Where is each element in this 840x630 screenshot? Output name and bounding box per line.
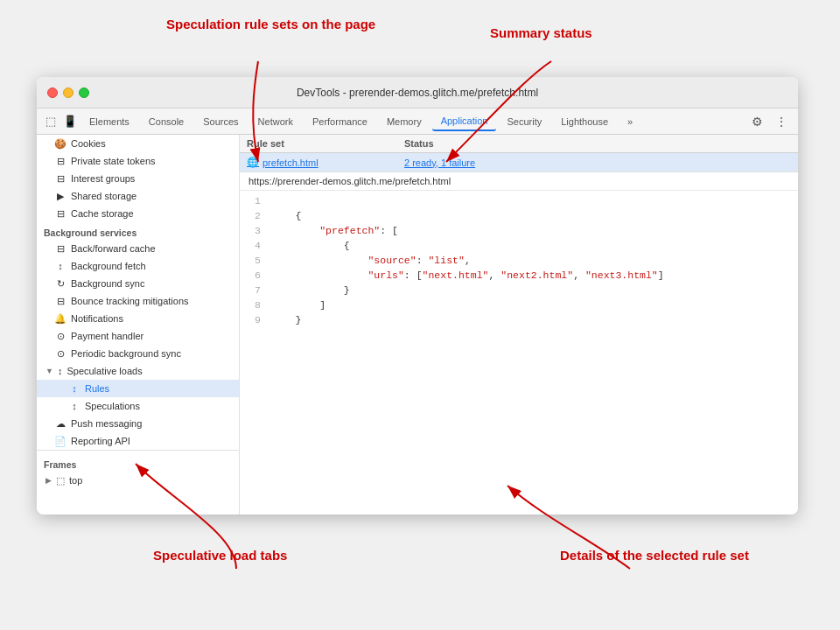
code-line-9: 9 } <box>240 313 798 328</box>
background-sync-icon: ↻ <box>54 278 66 290</box>
line-num-4: 4 <box>240 240 271 253</box>
expand-arrow-icon: ▼ <box>46 367 53 375</box>
background-services-header: Background services <box>37 222 239 240</box>
globe-icon: 🌐 <box>247 157 259 168</box>
periodic-sync-icon: ⊙ <box>54 348 66 360</box>
line-num-8: 8 <box>240 299 271 312</box>
tab-application[interactable]: Application <box>432 112 497 131</box>
browser-window: DevTools - prerender-demos.glitch.me/pre… <box>37 77 798 514</box>
sidebar-item-notifications[interactable]: 🔔 Notifications <box>37 310 239 327</box>
traffic-lights <box>47 88 89 98</box>
annotation-speculative-load-tabs: Speculative load tabs <box>153 547 287 564</box>
code-line-5: 5 "source": "list", <box>240 254 798 269</box>
sidebar-item-interest-groups[interactable]: ⊟ Interest groups <box>37 170 239 187</box>
tab-console[interactable]: Console <box>140 113 192 130</box>
maximize-button[interactable] <box>79 88 89 98</box>
inspect-icon[interactable]: ⬚ <box>42 113 60 130</box>
interest-groups-icon: ⊟ <box>54 173 66 185</box>
settings-icon[interactable]: ⚙ <box>746 111 768 132</box>
main-content: Rule set Status 🌐 prefetch.html 2 ready,… <box>240 135 798 514</box>
more-options-icon[interactable]: ⋮ <box>770 111 793 132</box>
tab-lighthouse[interactable]: Lighthouse <box>552 113 617 130</box>
sidebar-item-cookies[interactable]: 🍪 Cookies <box>37 135 239 152</box>
cache-storage-icon: ⊟ <box>54 208 66 220</box>
shared-storage-icon: ▶ <box>54 191 66 202</box>
speculative-loads-icon: ↕ <box>58 366 63 376</box>
code-line-6: 6 "urls": ["next.html", "next2.html", "n… <box>240 269 798 284</box>
rules-icon: ↕ <box>68 383 80 394</box>
tab-elements[interactable]: Elements <box>80 113 138 130</box>
devtools-body: 🍪 Cookies ⊟ Private state tokens ⊟ Inter… <box>37 135 798 514</box>
sidebar-item-private-state-tokens[interactable]: ⊟ Private state tokens <box>37 152 239 170</box>
window-title: DevTools - prerender-demos.glitch.me/pre… <box>297 87 538 99</box>
tab-more[interactable]: » <box>619 113 641 130</box>
bounce-tracking-icon: ⊟ <box>54 296 66 307</box>
reporting-api-icon: 📄 <box>54 436 66 447</box>
tab-sources[interactable]: Sources <box>194 113 247 130</box>
annotation-speculation-rule-sets: Speculation rule sets on the page <box>166 16 375 33</box>
cookies-icon: 🍪 <box>54 138 66 150</box>
code-area: 1 2 { 3 "prefetch": [ 4 { <box>240 191 798 514</box>
annotation-summary-status: Summary status <box>490 24 592 42</box>
sidebar-item-background-fetch[interactable]: ↕ Background fetch <box>37 257 239 275</box>
rule-sets-panel: Rule set Status 🌐 prefetch.html 2 ready,… <box>240 135 798 172</box>
frame-icon: ⬚ <box>56 475 65 486</box>
tab-memory[interactable]: Memory <box>378 113 430 130</box>
code-line-7: 7 } <box>240 284 798 298</box>
minimize-button[interactable] <box>63 88 74 98</box>
background-fetch-icon: ↕ <box>54 261 66 271</box>
tab-security[interactable]: Security <box>498 113 550 130</box>
frames-header: Frames <box>37 454 239 472</box>
speculations-icon: ↕ <box>68 401 80 411</box>
code-line-3: 3 "prefetch": [ <box>240 224 798 239</box>
line-num-2: 2 <box>240 210 271 223</box>
col-status-header: Status <box>404 138 791 149</box>
push-messaging-icon: ☁ <box>54 418 66 430</box>
sidebar-item-back-forward-cache[interactable]: ⊟ Back/forward cache <box>37 240 239 257</box>
sidebar-item-background-sync[interactable]: ↻ Background sync <box>37 275 239 292</box>
rule-set-link[interactable]: 🌐 prefetch.html <box>247 157 404 168</box>
sidebar-item-payment-handler[interactable]: ⊙ Payment handler <box>37 327 239 345</box>
back-forward-cache-icon: ⊟ <box>54 243 66 255</box>
sidebar-item-speculative-loads[interactable]: ▼ ↕ Speculative loads <box>37 362 239 380</box>
close-button[interactable] <box>47 88 58 98</box>
code-line-1: 1 <box>240 194 798 209</box>
sidebar-item-rules[interactable]: ↕ Rules <box>37 380 239 397</box>
top-expand-arrow-icon: ▶ <box>46 476 52 485</box>
table-row[interactable]: 🌐 prefetch.html 2 ready, 1 failure <box>240 153 798 172</box>
sidebar-item-push-messaging[interactable]: ☁ Push messaging <box>37 415 239 432</box>
line-num-5: 5 <box>240 255 271 268</box>
devtools-toolbar: ⬚ 📱 Elements Console Sources Network Per… <box>37 108 798 135</box>
code-line-8: 8 ] <box>240 298 798 313</box>
tab-network[interactable]: Network <box>249 113 302 130</box>
line-num-7: 7 <box>240 284 271 298</box>
sidebar-item-shared-storage[interactable]: ▶ Shared storage <box>37 187 239 205</box>
private-tokens-icon: ⊟ <box>54 156 66 167</box>
line-num-3: 3 <box>240 225 271 238</box>
line-num-1: 1 <box>240 195 271 208</box>
status-link[interactable]: 2 ready, 1 failure <box>404 158 791 168</box>
title-bar: DevTools - prerender-demos.glitch.me/pre… <box>37 77 798 108</box>
sidebar-item-reporting-api[interactable]: 📄 Reporting API <box>37 432 239 450</box>
payment-handler-icon: ⊙ <box>54 331 66 342</box>
code-line-4: 4 { <box>240 239 798 254</box>
sidebar: 🍪 Cookies ⊟ Private state tokens ⊟ Inter… <box>37 135 240 514</box>
device-icon[interactable]: 📱 <box>61 113 79 130</box>
annotation-details-rule-set: Details of the selected rule set <box>560 547 749 564</box>
col-ruleset-header: Rule set <box>247 138 404 149</box>
sidebar-item-periodic-background-sync[interactable]: ⊙ Periodic background sync <box>37 345 239 362</box>
sidebar-item-cache-storage[interactable]: ⊟ Cache storage <box>37 205 239 222</box>
sidebar-item-bounce-tracking[interactable]: ⊟ Bounce tracking mitigations <box>37 292 239 310</box>
tab-performance[interactable]: Performance <box>304 113 376 130</box>
sidebar-item-speculations[interactable]: ↕ Speculations <box>37 397 239 415</box>
url-bar: https://prerender-demos.glitch.me/prefet… <box>240 172 798 191</box>
bottom-panel: https://prerender-demos.glitch.me/prefet… <box>240 172 798 514</box>
line-num-9: 9 <box>240 314 271 327</box>
notifications-icon: 🔔 <box>54 313 66 325</box>
frames-section: Frames ▶ ⬚ top <box>37 450 239 493</box>
code-line-2: 2 { <box>240 209 798 224</box>
line-num-6: 6 <box>240 270 271 283</box>
sidebar-item-top[interactable]: ▶ ⬚ top <box>37 472 239 489</box>
table-header: Rule set Status <box>240 135 798 153</box>
